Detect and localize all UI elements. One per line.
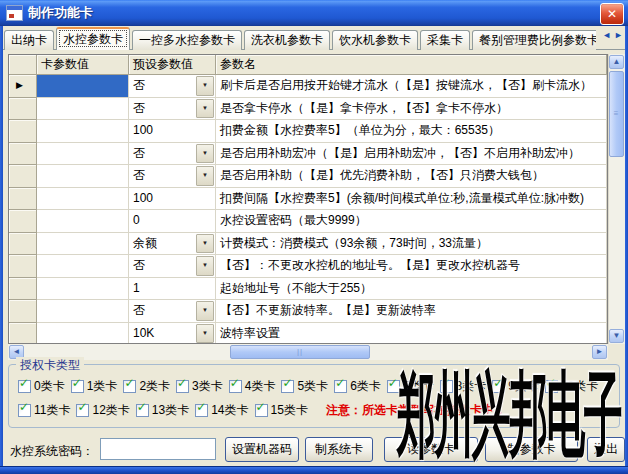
dropdown-icon[interactable]: ▼ [196,301,214,321]
check-icon: ✓ [77,401,87,413]
card-value-cell[interactable] [37,143,129,166]
checkbox-box: ✓ [18,404,31,417]
checkbox-box: ✓ [136,404,149,417]
dropdown-icon[interactable]: ▼ [196,324,214,344]
checkbox-box: ✓ [195,404,208,417]
checkbox-card-type-3[interactable]: ✓3类卡 [176,378,223,395]
tab-scroll-left-icon[interactable]: ◄ [602,29,611,41]
scroll-down-icon[interactable]: ▼ [609,329,624,343]
dropdown-icon[interactable]: ▼ [196,99,214,119]
table-row: 否▼ 【否】：不更改水控机的地址号。【是】更改水控机器号 [9,255,607,278]
dropdown-icon[interactable]: ▼ [196,166,214,186]
row-selector[interactable] [9,323,37,345]
close-button[interactable]: ✕ [600,3,624,25]
checkbox-card-type-0[interactable]: ✓0类卡 [18,378,65,395]
card-value-cell[interactable] [37,233,129,256]
card-value-cell[interactable] [37,188,129,211]
card-value-cell[interactable] [37,210,129,233]
checkbox-card-type-6[interactable]: ✓6类卡 [334,378,381,395]
window-title: 制作功能卡 [28,4,93,22]
preset-value-cell[interactable]: 否▼ [129,165,216,188]
checkbox-card-type-7[interactable]: ✓7类卡 [387,378,434,395]
tab-multi-water-control-parameter-card[interactable]: 一控多水控参数卡 [132,30,242,50]
row-selector[interactable] [9,255,37,278]
preset-value-cell[interactable]: 否▼ [129,300,216,323]
check-icon: ✓ [19,377,29,389]
preset-value-cell[interactable]: 100 [129,120,216,143]
dropdown-icon[interactable]: ▼ [196,256,214,276]
row-selector[interactable] [9,278,37,301]
preset-value-cell[interactable]: 100 [129,188,216,211]
tab-scroll-right-icon[interactable]: ► [614,29,623,41]
read-parameter-card-button[interactable]: 读参数卡 [384,437,478,462]
row-selector[interactable] [9,210,37,233]
preset-value-cell[interactable]: 余额▼ [129,233,216,256]
set-machine-code-button[interactable]: 设置机器码 [225,437,299,462]
checkbox-card-type-15[interactable]: ✓15类卡 [255,402,308,419]
parameter-name-cell: 【否】不更新波特率。【是】更新波特率 [216,300,607,323]
vertical-scroll-thumb[interactable]: ≡ [609,71,624,157]
table-row: 100 扣费间隔【水控费率5】(余额/时间模式单位:秒,流量模式单位:脉冲数) [9,188,607,211]
dropdown-icon[interactable]: ▼ [196,144,214,164]
preset-value-cell[interactable]: 10K▼ [129,323,216,345]
checkbox-card-type-4[interactable]: ✓4类卡 [229,378,276,395]
preset-value-cell[interactable]: 否▼ [129,143,216,166]
row-selector[interactable] [9,165,37,188]
parameter-name-cell: 波特率设置 [216,323,607,345]
parameter-name-cell: 扣费间隔【水控费率5】(余额/时间模式单位:秒,流量模式单位:脉冲数) [216,188,607,211]
checkbox-card-type-11[interactable]: ✓11类卡 [18,402,70,419]
tab-washing-machine-parameter-card[interactable]: 洗衣机参数卡 [244,30,330,50]
preset-value-cell[interactable]: 否▼ [129,98,216,121]
horizontal-scrollbar[interactable]: ◄ || ► [8,344,608,360]
checkbox-card-type-13[interactable]: ✓13类卡 [136,402,189,419]
tab-meal-fee-ratio-parameter-card[interactable]: 餐别管理费比例参数卡 [472,30,596,50]
check-icon: ✓ [546,377,556,389]
table-row: 100 扣费金额【水控费率5】（单位为分，最大：65535） [9,120,607,143]
checkbox-card-type-9[interactable]: ✓9类卡 [492,378,539,395]
card-value-cell[interactable] [37,255,129,278]
make-system-card-button[interactable]: 制系统卡 [305,437,373,462]
dropdown-icon[interactable]: ▼ [196,234,214,254]
card-value-cell[interactable] [37,75,129,98]
checkbox-card-type-5[interactable]: ✓5类卡 [281,378,328,395]
checkbox-card-type-10[interactable]: ✓10类卡 [545,378,598,395]
card-value-cell[interactable] [37,323,129,345]
row-selector[interactable] [9,188,37,211]
checkbox-card-type-2[interactable]: ✓2类卡 [123,378,170,395]
tab-collection-card[interactable]: 采集卡 [420,30,470,50]
make-parameter-card-button[interactable]: 制参数卡 [485,437,578,462]
preset-value-cell[interactable]: 否▼ [129,255,216,278]
tab-scroll-buttons: ◄ ► [602,29,623,41]
card-value-cell[interactable] [37,98,129,121]
system-password-input[interactable] [100,438,216,460]
row-selector[interactable] [9,300,37,323]
card-value-cell[interactable] [37,300,129,323]
tab-drinking-machine-parameter-card[interactable]: 饮水机参数卡 [332,30,418,50]
window-border-left [0,26,3,466]
row-selector[interactable] [9,98,37,121]
row-selector[interactable] [9,233,37,256]
card-value-cell[interactable] [37,278,129,301]
row-selector[interactable] [9,120,37,143]
checkbox-card-type-8[interactable]: ✓8类卡 [440,378,487,395]
scroll-up-icon[interactable]: ▲ [609,55,624,69]
preset-value-cell[interactable]: 0 [129,210,216,233]
preset-value-cell[interactable]: 否▼ [129,75,216,98]
vertical-scrollbar[interactable]: ▲ ≡ ▼ [608,54,625,344]
dropdown-icon[interactable]: ▼ [196,76,214,96]
checkbox-card-type-12[interactable]: ✓12类卡 [76,402,129,419]
row-selector[interactable] [9,143,37,166]
scroll-right-icon[interactable]: ► [592,345,607,359]
preset-value-cell[interactable]: 1 [129,278,216,301]
checkbox-box: ✓ [71,380,84,393]
tab-water-control-parameter-card[interactable]: 水控参数卡 [56,27,130,50]
exit-button[interactable]: 退出 [587,437,625,462]
checkbox-card-type-1[interactable]: ✓1类卡 [71,378,118,395]
row-selector[interactable]: ▶ [9,75,37,98]
column-header-card-value: 卡参数值 [37,55,129,75]
card-value-cell[interactable] [37,165,129,188]
card-value-cell[interactable] [37,120,129,143]
tab-cashier-card[interactable]: 出纳卡 [4,30,54,50]
checkbox-card-type-14[interactable]: ✓14类卡 [195,402,248,419]
horizontal-scroll-thumb[interactable]: || [230,345,370,359]
